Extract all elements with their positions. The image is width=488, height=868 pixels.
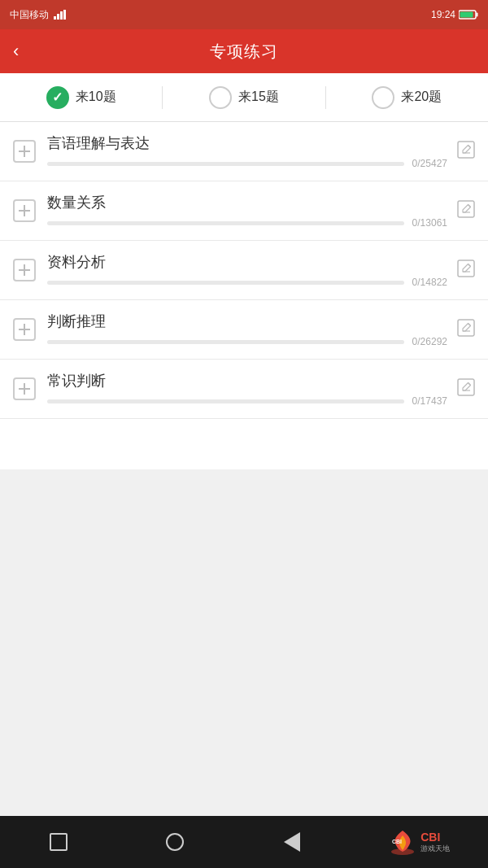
radio-option-20[interactable]: 来20题	[325, 86, 488, 109]
progress-row-2: 0/13061	[47, 217, 447, 229]
list-item-content-5: 常识判断 0/17437	[47, 371, 447, 407]
nav-circle-button[interactable]	[155, 822, 195, 862]
progress-row-4: 0/26292	[47, 336, 447, 347]
triangle-icon	[284, 832, 300, 852]
svg-rect-3	[63, 10, 66, 20]
status-right: 19:24	[431, 9, 478, 20]
list-item-title-3: 资料分析	[47, 252, 447, 272]
svg-rect-17	[24, 324, 25, 335]
circle-icon	[166, 833, 184, 851]
edit-icon-2[interactable]	[457, 200, 475, 222]
list-item-4[interactable]: 判断推理 0/26292	[0, 300, 488, 360]
list-item-title-2: 数量关系	[47, 193, 447, 212]
list-item-title-4: 判断推理	[47, 312, 447, 331]
progress-text-4: 0/26292	[412, 336, 447, 347]
radio-circle-15	[209, 86, 232, 109]
progress-text-5: 0/17437	[412, 395, 447, 407]
content-list: 言语理解与表达 0/25427 数量关系	[0, 122, 488, 469]
signal-icon	[54, 10, 67, 20]
edit-icon-1[interactable]	[457, 141, 475, 163]
cbi-flame-icon: CBI	[388, 829, 417, 855]
list-item-content-4: 判断推理 0/26292	[47, 312, 447, 347]
carrier-text: 中国移动	[10, 8, 49, 22]
list-item-title-1: 言语理解与表达	[47, 133, 447, 153]
expand-icon-4[interactable]	[13, 318, 36, 341]
radio-option-15[interactable]: 来15题	[162, 86, 325, 109]
progress-text-2: 0/13061	[412, 217, 447, 229]
svg-rect-11	[24, 205, 25, 216]
radio-label-15: 来15题	[238, 89, 279, 106]
cbi-logo: CBI CBI 游戏天地	[388, 829, 450, 855]
progress-row-5: 0/17437	[47, 395, 447, 407]
progress-bar-1	[47, 162, 404, 166]
progress-bar-3	[47, 281, 404, 285]
back-button[interactable]: ‹	[13, 41, 19, 62]
nav-bar: CBI CBI 游戏天地	[0, 816, 488, 868]
status-bar: 中国移动 19:24	[0, 0, 488, 29]
svg-rect-21	[458, 379, 474, 395]
radio-option-10[interactable]: ✓ 来10题	[0, 86, 162, 109]
radio-group: ✓ 来10题 来15题 来20题	[0, 73, 488, 122]
expand-icon-5[interactable]	[13, 377, 36, 400]
edit-icon-4[interactable]	[457, 319, 475, 341]
list-item-2[interactable]: 数量关系 0/13061	[0, 181, 488, 241]
cbi-subtext: 游戏天地	[420, 844, 450, 854]
progress-text-1: 0/25427	[412, 158, 447, 169]
svg-text:CBI: CBI	[392, 839, 402, 844]
expand-icon-3[interactable]	[13, 259, 36, 281]
svg-rect-8	[24, 146, 25, 157]
nav-square-button[interactable]	[38, 822, 79, 862]
list-item-5[interactable]: 常识判断 0/17437	[0, 360, 488, 419]
svg-rect-0	[54, 16, 56, 20]
svg-rect-2	[60, 11, 63, 20]
nav-back-button[interactable]	[272, 822, 312, 862]
check-mark-10: ✓	[52, 89, 63, 105]
list-item-title-5: 常识判断	[47, 371, 447, 390]
progress-row-1: 0/25427	[47, 158, 447, 169]
svg-rect-12	[458, 201, 474, 217]
status-left: 中国移动	[10, 8, 67, 22]
svg-rect-18	[458, 320, 474, 336]
progress-bar-2	[47, 221, 404, 225]
radio-circle-10: ✓	[46, 86, 69, 109]
list-item-1[interactable]: 言语理解与表达 0/25427	[0, 122, 488, 181]
list-item-content-2: 数量关系 0/13061	[47, 193, 447, 229]
svg-rect-14	[24, 264, 25, 276]
list-item-3[interactable]: 资料分析 0/14822	[0, 241, 488, 300]
radio-label-10: 来10题	[76, 89, 116, 106]
svg-rect-5	[477, 13, 478, 17]
square-icon	[50, 833, 68, 851]
svg-rect-6	[460, 12, 473, 18]
page-title: 专项练习	[210, 41, 278, 63]
bottom-gray-area	[0, 469, 488, 817]
edit-icon-3[interactable]	[457, 260, 475, 281]
radio-label-20: 来20题	[401, 89, 442, 106]
battery-icon	[459, 10, 478, 20]
radio-circle-20	[372, 86, 394, 109]
svg-rect-15	[458, 260, 474, 277]
header: ‹ 专项练习	[0, 29, 488, 73]
progress-text-3: 0/14822	[412, 277, 447, 288]
expand-icon-2[interactable]	[13, 199, 36, 222]
svg-rect-20	[24, 383, 25, 395]
edit-icon-5[interactable]	[457, 378, 475, 400]
time-text: 19:24	[431, 9, 455, 20]
list-item-content-1: 言语理解与表达 0/25427	[47, 133, 447, 169]
progress-row-3: 0/14822	[47, 277, 447, 288]
progress-bar-4	[47, 340, 404, 344]
svg-rect-9	[458, 142, 474, 158]
cbi-text: CBI	[420, 831, 450, 844]
svg-rect-1	[57, 14, 59, 20]
progress-bar-5	[47, 399, 404, 403]
expand-icon-1[interactable]	[13, 140, 36, 163]
list-item-content-3: 资料分析 0/14822	[47, 252, 447, 288]
